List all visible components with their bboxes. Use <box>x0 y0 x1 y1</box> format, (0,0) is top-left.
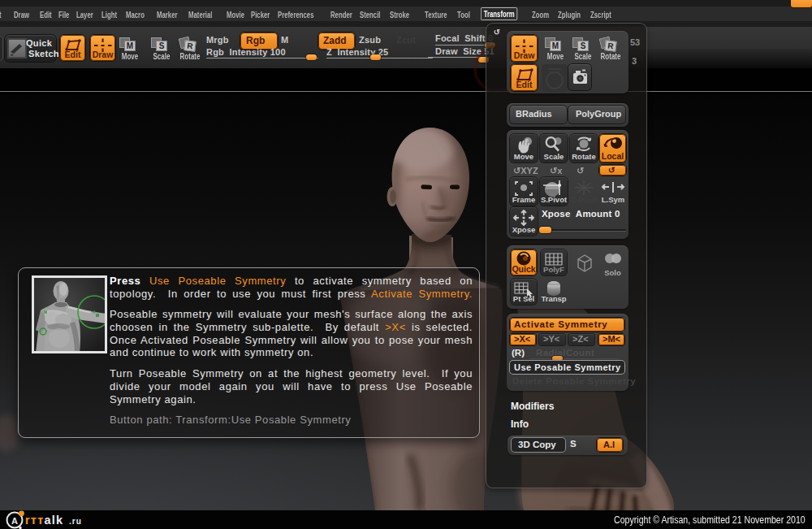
svg-text:.ru: .ru <box>69 517 82 526</box>
svg-text:rттalk: rттalk <box>25 514 63 527</box>
svg-text:A: A <box>11 516 18 526</box>
